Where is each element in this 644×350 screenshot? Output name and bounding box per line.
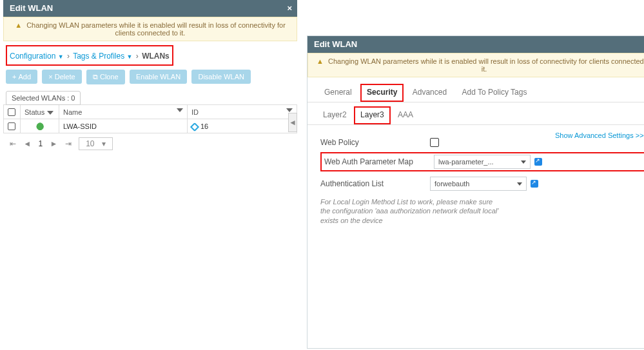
page-last[interactable]: ⇥ (65, 139, 72, 148)
caret-down-icon (517, 182, 522, 186)
wlan-table: Status Name ID ⬤ LWA-SSID 16 (3, 104, 297, 133)
clone-icon: ⧉ (93, 73, 98, 81)
col-name[interactable]: Name (59, 105, 188, 119)
filter-icon[interactable] (47, 111, 54, 115)
dialog-header: Edit WLAN × (307, 36, 644, 53)
panel-header: Edit WLAN × (3, 0, 297, 17)
add-button[interactable]: +Add (6, 70, 37, 84)
tag-icon (190, 122, 199, 131)
warning-text: Changing WLAN parameters while it is ena… (328, 57, 644, 73)
layer3-form: Web Policy Web Auth Parameter Map lwa-pa… (307, 125, 644, 233)
plus-icon: + (12, 73, 16, 81)
col-id[interactable]: ID (188, 105, 297, 119)
sub-tab-row: Layer2 Layer3 AAA (307, 102, 644, 125)
show-advanced-settings-link[interactable]: Show Advanced Settings >>> (555, 131, 644, 139)
enable-wlan-button[interactable]: Enable WLAN (130, 70, 187, 84)
warning-text: Changing WLAN parameters while it is ena… (26, 21, 286, 37)
chevron-right-icon: › (66, 52, 71, 61)
wlan-list-panel: Edit WLAN × ▲ Changing WLAN parameters w… (3, 0, 297, 154)
page-size-select[interactable]: 10 ▾ (79, 137, 113, 150)
tab-add-to-policy-tags[interactable]: Add To Policy Tags (455, 84, 533, 102)
subtab-layer3[interactable]: Layer3 (354, 106, 391, 124)
toolbar: +Add ×Delete ⧉Clone Enable WLAN Disable … (3, 66, 297, 88)
page-current[interactable]: 1 (39, 139, 43, 148)
row-name[interactable]: LWA-SSID (63, 122, 97, 130)
col-status[interactable]: Status (21, 105, 59, 119)
breadcrumb-tags-profiles[interactable]: Tags & Profiles ▼ (73, 52, 132, 61)
warning-banner: ▲ Changing WLAN parameters while it is e… (307, 53, 644, 77)
panel-title: Edit WLAN (10, 3, 53, 13)
web-policy-checkbox[interactable] (430, 138, 439, 147)
web-auth-param-map-label: Web Auth Parameter Map (324, 157, 434, 166)
breadcrumb: Configuration ▼ › Tags & Profiles ▼ › WL… (6, 45, 173, 66)
disable-wlan-button[interactable]: Disable WLAN (191, 70, 251, 84)
caret-down-icon: ▼ (127, 53, 133, 60)
authentication-list-value: forwebauth (434, 180, 469, 188)
authentication-list-label: Authentication List (320, 179, 430, 188)
warning-banner: ▲ Changing WLAN parameters while it is e… (3, 17, 297, 41)
page-next[interactable]: ► (50, 139, 58, 148)
table-row[interactable]: ⬤ LWA-SSID 16 (4, 119, 297, 133)
x-icon: × (48, 73, 52, 81)
clone-button[interactable]: ⧉Clone (86, 70, 125, 84)
row-id: 16 (200, 122, 208, 130)
warning-icon: ▲ (15, 21, 22, 29)
external-link-icon[interactable] (531, 180, 538, 188)
breadcrumb-configuration[interactable]: Configuration ▼ (10, 52, 64, 61)
tab-row: General Security Advanced Add To Policy … (307, 77, 644, 102)
web-auth-param-map-select[interactable]: lwa-parameter_... (434, 155, 531, 169)
web-auth-param-map-value: lwa-parameter_... (438, 158, 494, 166)
warning-icon: ▲ (317, 57, 324, 65)
login-method-note: For Local Login Method List to work, ple… (320, 197, 501, 225)
delete-button[interactable]: ×Delete (42, 70, 81, 84)
tab-advanced[interactable]: Advanced (406, 84, 453, 102)
filter-icon[interactable] (177, 108, 183, 112)
scroll-right-handle[interactable]: ◄ (288, 113, 297, 132)
filter-icon[interactable] (286, 108, 293, 112)
subtab-aaa[interactable]: AAA (393, 108, 418, 123)
breadcrumb-current: WLANs (142, 52, 170, 61)
caret-down-icon: ▼ (58, 53, 64, 60)
tab-security[interactable]: Security (360, 84, 404, 102)
web-policy-label: Web Policy (320, 138, 430, 147)
row-checkbox[interactable] (8, 122, 15, 130)
page-first[interactable]: ⇤ (10, 139, 16, 148)
caret-down-icon: ▾ (102, 139, 106, 148)
chevron-right-icon: › (135, 52, 140, 61)
paginator: ⇤ ◄ 1 ► ⇥ 10 ▾ (3, 133, 297, 154)
subtab-layer2[interactable]: Layer2 (318, 108, 352, 123)
authentication-list-select[interactable]: forwebauth (430, 177, 527, 191)
status-enabled-icon: ⬤ (36, 122, 44, 130)
edit-wlan-dialog: Edit WLAN × ▲ Changing WLAN parameters w… (307, 35, 644, 349)
dialog-title: Edit WLAN (314, 39, 357, 49)
selected-wlans-count: Selected WLANs : 0 (6, 91, 81, 105)
page-prev[interactable]: ◄ (23, 139, 31, 148)
select-all-checkbox[interactable] (8, 108, 15, 116)
caret-down-icon (521, 160, 526, 164)
close-icon[interactable]: × (287, 0, 292, 17)
external-link-icon[interactable] (534, 158, 542, 166)
tab-general[interactable]: General (318, 84, 358, 102)
